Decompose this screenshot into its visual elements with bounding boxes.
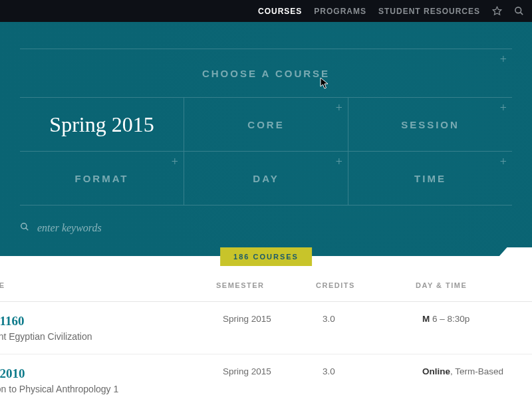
- table-header: SE SEMESTER CREDITS DAY & TIME: [0, 281, 532, 302]
- hero-filter-panel: CHOOSE A COURSE + Spring 2015 CORE + SES…: [0, 22, 532, 256]
- course-code: H 1160: [0, 314, 223, 329]
- keyword-search-row: [20, 222, 512, 234]
- svg-line-2: [520, 12, 523, 15]
- filter-label: FORMAT: [74, 173, 128, 184]
- search-icon: [20, 222, 29, 234]
- cell-semester: Spring 2015: [223, 366, 323, 376]
- nav-courses[interactable]: COURSES: [258, 7, 302, 16]
- keyword-search-input[interactable]: [37, 222, 512, 234]
- filter-semester-value: Spring 2015: [49, 112, 154, 137]
- filter-label: DAY: [253, 173, 279, 184]
- top-nav: COURSES PROGRAMS STUDENT RESOURCES: [0, 0, 532, 22]
- cell-daytime: Online, Term-Based: [422, 366, 532, 376]
- plus-icon: +: [500, 156, 507, 168]
- svg-point-3: [21, 223, 27, 229]
- filter-label: CHOOSE A COURSE: [202, 68, 330, 79]
- star-icon[interactable]: [492, 6, 502, 16]
- table-row[interactable]: H 1160 ncient Egyptian Civilization Spri…: [0, 302, 532, 354]
- search-icon[interactable]: [514, 6, 524, 16]
- header-daytime: DAY & TIME: [416, 281, 532, 289]
- filter-label: SESSION: [401, 119, 460, 130]
- plus-icon: +: [172, 156, 178, 168]
- filter-semester[interactable]: Spring 2015: [20, 98, 184, 151]
- cell-daytime: M 6 – 8:30p: [422, 314, 532, 324]
- header-credits: CREDITS: [316, 281, 416, 289]
- filter-label: TIME: [414, 173, 446, 184]
- svg-point-1: [515, 7, 521, 13]
- nav-programs[interactable]: PROGRAMS: [314, 7, 366, 16]
- filter-label: CORE: [247, 119, 284, 130]
- header-semester: SEMESTER: [216, 281, 316, 289]
- course-title: ncient Egyptian Civilization: [0, 331, 223, 342]
- svg-line-4: [26, 228, 29, 231]
- course-code: H 2010: [0, 366, 223, 381]
- results-table: SE SEMESTER CREDITS DAY & TIME H 1160 nc…: [0, 256, 532, 399]
- plus-icon: +: [336, 156, 342, 168]
- cell-credits: 3.0: [323, 314, 422, 324]
- svg-marker-0: [493, 7, 501, 15]
- filter-format[interactable]: FORMAT +: [20, 152, 184, 205]
- nav-student-resources[interactable]: STUDENT RESOURCES: [378, 7, 480, 16]
- header-course: SE: [0, 281, 216, 289]
- table-row[interactable]: H 2010 uction to Physical Anthropology 1…: [0, 354, 532, 399]
- filter-core[interactable]: CORE +: [184, 98, 348, 151]
- course-title: uction to Physical Anthropology 1: [0, 384, 223, 394]
- cell-semester: Spring 2015: [223, 314, 323, 324]
- plus-icon: +: [500, 53, 507, 65]
- filter-time[interactable]: TIME +: [348, 152, 512, 205]
- filter-choose-course[interactable]: CHOOSE A COURSE +: [20, 49, 512, 97]
- decorative-notch: [499, 247, 532, 257]
- plus-icon: +: [336, 102, 342, 114]
- cell-credits: 3.0: [323, 366, 422, 376]
- results-count-badge: 186 COURSES: [220, 247, 312, 266]
- filter-session[interactable]: SESSION +: [348, 98, 512, 151]
- plus-icon: +: [500, 102, 507, 114]
- filter-day[interactable]: DAY +: [184, 152, 348, 205]
